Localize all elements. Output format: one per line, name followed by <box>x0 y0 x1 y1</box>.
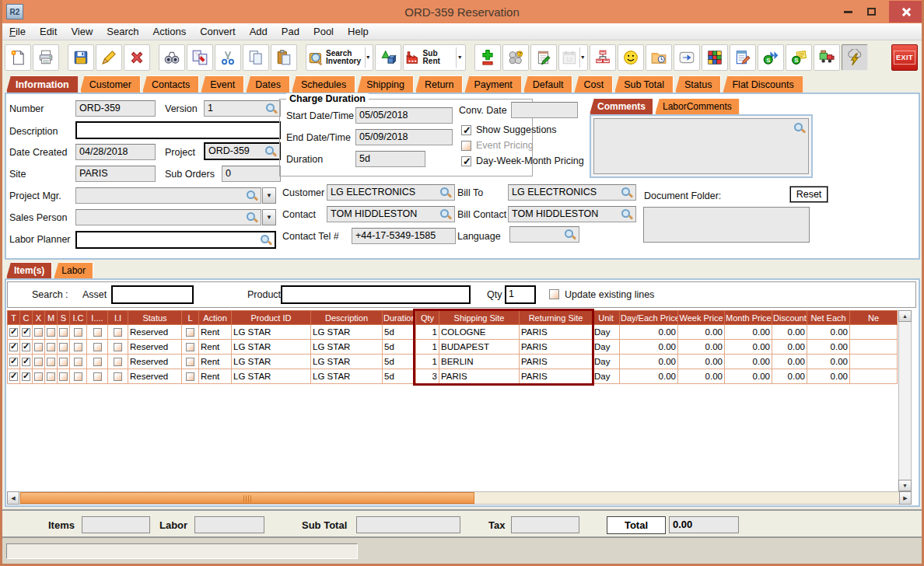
smiley-icon[interactable] <box>618 44 644 71</box>
menu-convert[interactable]: Convert <box>193 23 243 40</box>
row-checkbox-s[interactable] <box>59 372 68 381</box>
lookup-icon[interactable] <box>564 229 576 241</box>
row-checkbox-s[interactable] <box>59 343 68 351</box>
plus-minus-icon[interactable] <box>474 44 501 71</box>
cell-m[interactable] <box>45 369 58 384</box>
tab-contacts[interactable]: Contacts <box>142 75 199 93</box>
tab-status[interactable]: Status <box>675 75 721 93</box>
col-ic[interactable]: I.C <box>70 311 87 325</box>
row-checkbox-c[interactable] <box>22 358 30 366</box>
horizontal-scrollbar[interactable]: ◀ ▶ <box>7 491 912 505</box>
cell-idots[interactable] <box>87 369 108 384</box>
tab-sub-total[interactable]: Sub Total <box>614 75 674 93</box>
cell-ic[interactable] <box>70 340 87 355</box>
lookup-icon[interactable] <box>621 208 633 221</box>
availability-icon[interactable]: ? <box>502 44 529 71</box>
row-checkbox-l[interactable] <box>186 328 194 337</box>
language-field[interactable] <box>509 226 579 243</box>
col-action[interactable]: Action <box>199 311 232 325</box>
row-checkbox-l[interactable] <box>186 358 194 366</box>
cell-m[interactable] <box>45 325 58 340</box>
row-checkbox-x[interactable] <box>34 372 43 381</box>
shapes-3d-icon[interactable] <box>375 44 401 71</box>
new-document-icon[interactable] <box>5 44 31 71</box>
customer-field[interactable]: LG ELECTRONICS <box>327 184 455 201</box>
row-checkbox-idots[interactable] <box>93 358 102 366</box>
tab-default[interactable]: Default <box>523 75 573 93</box>
scroll-down-icon[interactable]: ▼ <box>898 480 912 491</box>
row-checkbox-t[interactable] <box>9 343 18 351</box>
calendar-dropdown-icon[interactable]: ▼ <box>579 47 586 68</box>
col-x[interactable]: X <box>33 311 45 325</box>
tab-payment[interactable]: Payment <box>464 75 521 93</box>
exit-button[interactable]: EXIT <box>891 44 918 71</box>
row-checkbox-l[interactable] <box>186 343 194 351</box>
row-checkbox-idots[interactable] <box>93 328 102 337</box>
lookup-icon[interactable] <box>246 211 258 224</box>
sub-rent-button[interactable]: Sub Rent▼ <box>403 44 466 71</box>
project-mgr-field[interactable] <box>75 187 261 204</box>
menu-pad[interactable]: Pad <box>275 23 306 40</box>
cell-s[interactable] <box>58 355 70 369</box>
row-checkbox-s[interactable] <box>59 328 68 337</box>
cell-x[interactable] <box>33 340 45 355</box>
tab-schedules[interactable]: Schedules <box>292 75 355 93</box>
lookup-icon[interactable] <box>439 187 452 199</box>
row-checkbox-c[interactable] <box>22 343 30 351</box>
document-edit-icon[interactable] <box>730 44 756 71</box>
delete-icon[interactable] <box>124 44 150 71</box>
row-checkbox-m[interactable] <box>47 372 55 381</box>
duration-field[interactable]: 5d <box>355 151 425 167</box>
asset-input[interactable] <box>111 285 194 304</box>
reset-button[interactable]: Reset <box>789 186 828 203</box>
col-unit[interactable]: Unit <box>593 311 620 325</box>
org-chart-icon[interactable] <box>590 44 616 71</box>
comments-textarea[interactable] <box>593 118 809 174</box>
cell-idots[interactable] <box>87 325 108 340</box>
tab-shipping[interactable]: Shipping <box>357 75 414 93</box>
cell-m[interactable] <box>45 355 58 369</box>
row-checkbox-idots[interactable] <box>93 372 102 381</box>
cell-m[interactable] <box>45 340 58 355</box>
lookup-icon[interactable] <box>260 234 272 246</box>
labor-planner-field[interactable] <box>75 231 276 249</box>
convert-document-icon[interactable] <box>187 44 213 71</box>
tab-flat-discounts[interactable]: Flat Discounts <box>723 75 803 93</box>
col-month_price[interactable]: Month Price <box>725 311 772 325</box>
cell-ii[interactable] <box>108 369 128 384</box>
col-net[interactable]: Ne <box>850 311 898 325</box>
color-blocks-icon[interactable] <box>702 44 728 71</box>
conv-date-field[interactable] <box>511 102 578 118</box>
number-field[interactable]: ORD-359 <box>75 100 156 117</box>
find-binoculars-icon[interactable] <box>159 44 185 71</box>
checkbox-event-pricing[interactable] <box>461 141 471 151</box>
col-discount[interactable]: Discount <box>772 311 807 325</box>
row-checkbox-c[interactable] <box>22 372 30 381</box>
tab-return[interactable]: Return <box>415 75 464 93</box>
contact-tel-field[interactable]: +44-17-5349-1585 <box>352 228 456 244</box>
col-net_each[interactable]: Net Each <box>807 311 850 325</box>
cell-c[interactable] <box>20 369 33 384</box>
row-checkbox-l[interactable] <box>186 372 194 381</box>
copy-icon[interactable] <box>243 44 269 71</box>
cell-c[interactable] <box>20 325 33 340</box>
row-checkbox-t[interactable] <box>9 358 18 366</box>
row-checkbox-t[interactable] <box>9 328 18 337</box>
lookup-icon[interactable] <box>621 187 633 199</box>
scrollbar-thumb[interactable] <box>20 492 474 504</box>
folder-clock-icon[interactable] <box>646 44 672 71</box>
col-qty[interactable]: Qty <box>416 311 439 325</box>
menu-actions[interactable]: Actions <box>146 23 194 40</box>
cell-ic[interactable] <box>70 369 87 384</box>
col-shipping_site[interactable]: Shipping Site <box>439 311 520 325</box>
col-week_price[interactable]: Week Price <box>678 311 725 325</box>
row-checkbox-ic[interactable] <box>74 372 82 381</box>
row-checkbox-c[interactable] <box>22 328 30 337</box>
cell-s[interactable] <box>58 369 70 384</box>
cell-l[interactable] <box>182 340 199 355</box>
notepad-icon[interactable] <box>530 44 557 71</box>
row-checkbox-ii[interactable] <box>114 328 122 337</box>
close-icon[interactable] <box>889 1 924 23</box>
bill-to-field[interactable]: LG ELECTRONICS <box>508 184 636 201</box>
lookup-icon[interactable] <box>264 145 277 158</box>
